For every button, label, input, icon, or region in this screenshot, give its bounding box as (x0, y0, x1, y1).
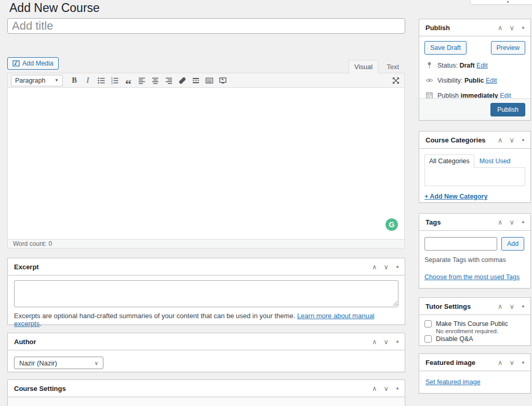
excerpt-description-suffix: . (39, 320, 42, 328)
move-down-icon[interactable]: ∨ (384, 385, 389, 392)
course-settings-body (8, 397, 405, 406)
tab-all-categories[interactable]: All Categories (424, 154, 474, 168)
bold-button[interactable]: B (68, 74, 81, 87)
grammarly-icon[interactable]: G (385, 218, 398, 231)
author-selected-value: Nazir (Nazir) (19, 359, 57, 367)
select-caret-icon: ▼ (55, 78, 59, 83)
align-left-button[interactable] (136, 74, 148, 87)
move-down-icon[interactable]: ∨ (510, 137, 515, 143)
excerpt-title: Excerpt (14, 263, 39, 271)
align-center-icon (151, 76, 159, 85)
add-media-label: Add Media (22, 60, 54, 67)
set-featured-image-link[interactable]: Set featured image (425, 378, 481, 386)
featured-image-panel: Featured image ∧ ∨ ▲ Set featured image (419, 353, 531, 394)
no-enrollment-note: No enrollment required. (436, 328, 525, 334)
excerpt-textarea[interactable] (14, 280, 398, 307)
disable-qa-checkbox[interactable] (424, 335, 432, 343)
tags-input[interactable] (424, 237, 497, 251)
move-down-icon[interactable]: ∨ (510, 303, 515, 310)
collapse-toggle-icon[interactable]: ▲ (521, 25, 525, 30)
visibility-edit-link[interactable]: Edit (486, 77, 497, 84)
make-course-public-checkbox[interactable] (424, 320, 432, 328)
move-up-icon[interactable]: ∧ (498, 24, 503, 31)
disable-qa-label: Disable Q&A (436, 335, 473, 343)
collapse-toggle-icon[interactable]: ▲ (521, 220, 525, 224)
link-icon (178, 76, 187, 85)
publish-button[interactable]: Publish (490, 103, 525, 116)
collapse-toggle-icon[interactable]: ▲ (395, 265, 400, 269)
distraction-free-icon (219, 76, 227, 85)
add-new-category-link[interactable]: + Add New Category (424, 193, 487, 200)
author-select[interactable]: Nazir (Nazir) ∨ (14, 357, 103, 369)
distraction-free-button[interactable] (217, 74, 229, 87)
fullscreen-icon (392, 76, 400, 85)
make-course-public-label: Make This Course Public (436, 320, 508, 328)
read-more-button[interactable] (190, 74, 202, 87)
bulleted-list-button[interactable] (95, 74, 108, 87)
publish-panel: Publish ∧ ∨ ▲ Save Draft Preview Status:… (419, 19, 531, 121)
collapse-toggle-icon[interactable]: ▲ (395, 339, 400, 344)
move-up-icon[interactable]: ∧ (498, 219, 503, 226)
move-down-icon[interactable]: ∨ (384, 264, 389, 270)
excerpt-panel-header: Excerpt ∧ ∨ ▲ (8, 258, 405, 276)
move-up-icon[interactable]: ∧ (498, 359, 503, 366)
visibility-value: Public (464, 77, 484, 84)
move-up-icon[interactable]: ∧ (498, 137, 503, 143)
collapse-toggle-icon[interactable]: ▲ (395, 386, 400, 390)
screen-options-text-fragment (507, 1, 509, 3)
course-settings-panel: Course Settings ∧ ∨ ▲ (7, 379, 405, 406)
tab-text[interactable]: Text (381, 60, 405, 73)
tags-title: Tags (425, 218, 441, 226)
editor-media-tab-row: Add Media Visual Text (7, 56, 405, 73)
move-up-icon[interactable]: ∧ (498, 303, 503, 310)
tags-help-text: Separate Tags with commas (424, 256, 525, 264)
collapse-toggle-icon[interactable]: ▲ (521, 304, 525, 308)
collapse-toggle-icon[interactable]: ▲ (521, 138, 525, 142)
paragraph-format-label: Paragraph (15, 77, 45, 84)
align-right-button[interactable] (163, 74, 175, 87)
paragraph-format-select[interactable]: Paragraph ▼ (11, 75, 63, 86)
blockquote-button[interactable]: “ (122, 74, 135, 87)
move-down-icon[interactable]: ∨ (384, 338, 389, 345)
tab-most-used[interactable]: Most Used (474, 155, 516, 167)
tutor-settings-header: Tutor Settings ∧ ∨ ▲ (419, 298, 530, 315)
title-input[interactable] (7, 18, 405, 34)
category-checklist[interactable] (424, 167, 525, 186)
course-categories-header: Course Categories ∧ ∨ ▲ (419, 132, 530, 149)
align-center-button[interactable] (149, 74, 162, 87)
add-media-button[interactable]: Add Media (7, 57, 59, 70)
insert-link-button[interactable] (176, 74, 189, 87)
featured-image-header: Featured image ∧ ∨ ▲ (419, 354, 530, 371)
bold-icon: B (72, 76, 77, 85)
page-title: Add New Course (9, 1, 100, 16)
move-up-icon[interactable]: ∧ (372, 338, 377, 345)
screen-options-tab-partial[interactable] (470, 0, 532, 5)
save-draft-button[interactable]: Save Draft (424, 41, 467, 55)
toolbar-toggle-button[interactable] (203, 74, 216, 87)
collapse-toggle-icon[interactable]: ▲ (521, 360, 525, 364)
move-down-icon[interactable]: ∨ (510, 359, 515, 366)
visibility-row: Visibility: Public Edit (425, 76, 525, 84)
numbered-list-button[interactable]: 123 (109, 74, 121, 87)
status-text: Status: Draft Edit (437, 62, 488, 69)
editor-content-area[interactable]: G (8, 88, 404, 239)
move-down-icon[interactable]: ∨ (510, 219, 515, 226)
read-more-icon (192, 76, 200, 85)
status-edit-link[interactable]: Edit (476, 62, 488, 69)
toolbar-toggle-icon (205, 76, 214, 85)
course-settings-header: Course Settings ∧ ∨ ▲ (8, 380, 405, 397)
move-up-icon[interactable]: ∧ (372, 264, 377, 270)
tab-visual[interactable]: Visual (349, 60, 378, 73)
italic-button[interactable]: I (82, 74, 94, 87)
move-up-icon[interactable]: ∧ (372, 385, 377, 392)
publish-title: Publish (425, 24, 450, 32)
fullscreen-button[interactable] (390, 74, 402, 87)
pin-icon (425, 61, 433, 69)
choose-most-used-tags-link[interactable]: Choose from the most used Tags (424, 273, 520, 281)
preview-button[interactable]: Preview (491, 41, 525, 55)
add-tag-button[interactable]: Add (501, 237, 524, 251)
move-down-icon[interactable]: ∨ (510, 24, 515, 31)
tutor-settings-title: Tutor Settings (425, 303, 471, 310)
status-value: Draft (459, 62, 474, 69)
tutor-settings-panel: Tutor Settings ∧ ∨ ▲ Make This Course Pu… (419, 297, 531, 346)
